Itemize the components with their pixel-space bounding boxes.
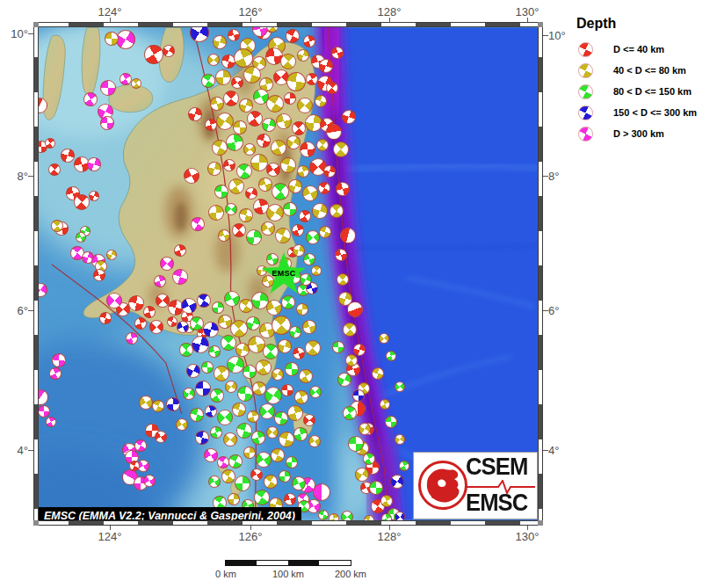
focal-mechanism	[280, 157, 296, 173]
focal-mechanism	[139, 396, 153, 410]
focal-mechanism	[292, 476, 306, 490]
focal-mechanism	[201, 74, 215, 88]
focal-mechanism	[313, 483, 330, 501]
focal-mechanism	[395, 381, 405, 392]
focal-mechanism	[306, 230, 320, 244]
focal-mechanism	[247, 111, 263, 127]
axis-tick	[543, 176, 548, 177]
focal-mechanism	[345, 354, 358, 367]
focal-mechanism	[390, 475, 404, 489]
focal-mechanism	[49, 367, 62, 380]
focal-mechanism	[223, 432, 237, 446]
seismicity-map-page: EMSC EMSC (EMMA V2.2; Vannucci & Gasperi…	[0, 0, 717, 588]
focal-mechanism	[272, 368, 284, 381]
focal-mechanism	[286, 135, 301, 149]
focal-mechanism	[285, 362, 299, 376]
focal-mechanism	[305, 340, 321, 356]
focal-mechanism	[355, 468, 369, 482]
focal-mechanism	[303, 414, 315, 426]
axis-tick	[389, 18, 390, 22]
focal-mechanism	[342, 110, 356, 124]
focal-mechanism	[188, 107, 202, 121]
focal-mechanism	[311, 265, 322, 276]
axis-label-top: 126°	[239, 5, 263, 18]
focal-mechanism	[246, 316, 260, 330]
focal-mechanism	[280, 54, 296, 69]
focal-mechanism	[251, 431, 265, 445]
focal-mechanism	[225, 203, 237, 215]
focal-mechanism	[297, 49, 309, 62]
focal-mechanism	[221, 469, 235, 483]
focal-mechanism	[333, 142, 349, 157]
axis-label-bottom: 124°	[98, 530, 122, 543]
scale-label-200: 200 km	[335, 569, 366, 579]
focal-mechanism	[205, 405, 217, 417]
focal-mechanism	[381, 513, 392, 520]
axis-tick	[28, 310, 33, 311]
focal-mechanism	[326, 82, 338, 94]
focal-mechanism	[152, 400, 164, 412]
focal-mechanism	[203, 322, 219, 338]
focal-mechanism	[326, 124, 342, 140]
focal-mechanism	[192, 336, 209, 353]
focal-mechanism	[299, 210, 311, 222]
focal-mechanism	[266, 300, 282, 316]
focal-mechanism	[226, 134, 243, 151]
focal-mechanism	[318, 510, 329, 520]
focal-mechanism	[93, 269, 105, 281]
focal-mechanism	[155, 431, 167, 443]
focal-mechanism	[341, 511, 353, 520]
focal-mechanism	[292, 224, 304, 236]
axis-tick	[110, 526, 111, 530]
focal-mechanism	[332, 341, 344, 353]
focal-mechanism	[300, 142, 315, 157]
focal-mechanism	[343, 323, 357, 337]
axis-label-top: 130°	[516, 5, 540, 18]
focal-mechanism	[318, 182, 330, 194]
axis-label-left: 6°	[18, 304, 28, 317]
focal-mechanism	[243, 143, 256, 156]
axis-tick	[543, 450, 548, 451]
frame-corner	[538, 520, 543, 526]
focal-mechanism	[331, 47, 344, 59]
focal-mechanism	[176, 418, 188, 431]
focal-mechanism	[177, 321, 189, 333]
focal-mechanism	[232, 223, 246, 237]
legend-item-label: 150 < D <= 300 km	[613, 107, 697, 118]
focal-mechanism	[149, 320, 163, 334]
focal-mechanism	[281, 384, 293, 396]
focal-mechanism	[106, 293, 122, 309]
scale-bar-segments	[225, 560, 351, 566]
focal-mechanism	[296, 303, 308, 316]
focal-mechanism	[363, 453, 375, 465]
axis-label-left: 4°	[18, 444, 28, 457]
scale-bar: 0 km 100 km 200 km	[225, 560, 350, 566]
emsc-event-star: EMSC	[261, 252, 307, 296]
focal-mechanism	[61, 149, 75, 163]
focal-mechanism	[395, 434, 405, 445]
beachball-icon-red	[578, 42, 593, 57]
focal-mechanism	[264, 387, 282, 404]
focal-mechanism	[297, 165, 309, 178]
frame-top	[33, 22, 543, 27]
axis-tick	[250, 18, 251, 22]
focal-mechanism	[99, 312, 112, 324]
focal-mechanism	[134, 317, 147, 330]
focal-mechanism	[126, 332, 138, 345]
focal-mechanism	[286, 72, 306, 91]
axis-label-top: 128°	[378, 5, 402, 18]
focal-mechanism	[274, 411, 288, 425]
focal-mechanism	[272, 183, 289, 200]
focal-mechanism	[190, 316, 204, 330]
legend-item-label: D <= 40 km	[613, 44, 664, 54]
focal-mechanism	[316, 139, 329, 151]
focal-mechanism	[288, 179, 302, 193]
focal-mechanism	[210, 97, 224, 111]
axis-tick	[28, 450, 33, 451]
focal-mechanism	[237, 386, 253, 402]
csem-emsc-logo: CSEM EMSC	[413, 452, 538, 519]
axis-tick	[527, 526, 528, 530]
focal-mechanism	[227, 356, 244, 374]
focal-mechanism	[83, 92, 98, 106]
focal-mechanism	[231, 76, 243, 89]
